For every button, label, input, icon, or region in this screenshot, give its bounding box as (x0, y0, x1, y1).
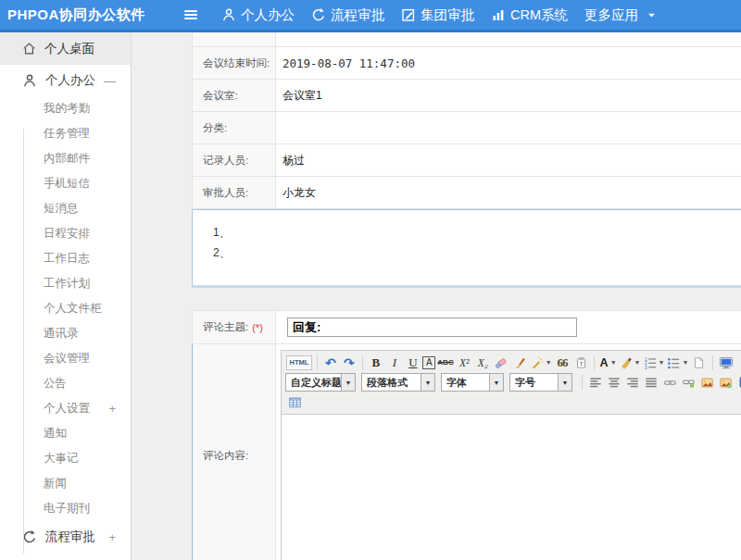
superscript-button[interactable]: X² (456, 354, 473, 371)
sidebar-item-e-journal[interactable]: 电子期刊 (0, 496, 131, 521)
align-right-button[interactable] (624, 374, 642, 392)
editor-content-area[interactable] (282, 415, 741, 560)
align-justify-button[interactable] (643, 374, 660, 392)
font-color-button[interactable]: A▼ (599, 354, 618, 371)
sidebar-item-memorabilia[interactable]: 大事记 (0, 446, 131, 471)
sidebar-item-mobile-sms[interactable]: 手机短信 (0, 171, 131, 196)
sidebar-item-label: 流程审批 (45, 529, 95, 545)
align-center-button[interactable] (606, 374, 623, 392)
font-family-select[interactable]: 字体▼ (441, 373, 504, 392)
brush-icon (513, 356, 526, 369)
expand-plus-icon[interactable]: + (108, 403, 116, 415)
align-center-icon (608, 376, 621, 389)
autotypeset-button[interactable]: ▼ (530, 354, 553, 371)
insert-image-button[interactable] (698, 374, 716, 392)
hamburger-menu-icon (182, 6, 199, 23)
sidebar-item-work-plan[interactable]: 工作计划 (0, 271, 131, 296)
caret-down-icon[interactable]: ▼ (634, 359, 641, 366)
new-document-button[interactable] (690, 354, 708, 371)
sidebar-item-schedule[interactable]: 日程安排 (0, 221, 131, 246)
sidebar-item-announcement[interactable]: 公告 (0, 371, 131, 396)
edit-square-icon (401, 7, 416, 22)
caret-down-icon[interactable]: ▼ (659, 359, 665, 366)
sidebar-item-personal-office[interactable]: 个人办公— (0, 65, 131, 96)
caret-down-icon[interactable]: ▼ (682, 359, 688, 366)
highlight-button[interactable]: ▼ (619, 354, 642, 371)
blank-page-icon (693, 356, 705, 369)
insert-media-button[interactable] (735, 374, 741, 392)
sidebar-item-contacts[interactable]: 通讯录 (0, 321, 131, 346)
sidebar-item-news[interactable]: 新闻 (0, 471, 131, 496)
sidebar-item-label: 工作计划 (44, 276, 90, 292)
nav-item-more-apps[interactable]: 更多应用 (584, 6, 657, 24)
italic-button[interactable]: I (385, 354, 403, 371)
section-gap (192, 288, 741, 310)
blockquote-button[interactable]: 66 (554, 354, 571, 371)
sidebar-item-meeting-management[interactable]: 会议管理 (0, 346, 131, 371)
nav-item-label: 集团审批 (421, 6, 474, 24)
sidebar-item-personal-file-cabinet[interactable]: 个人文件柜 (0, 296, 131, 321)
dropdown-selected-value: 自定义标题 (286, 376, 341, 390)
sidebar-item-my-attendance[interactable]: 我的考勤 (0, 96, 131, 121)
sidebar-item-label: 个人桌面 (44, 41, 94, 57)
toolbar-separator (594, 355, 595, 370)
insert-link-button[interactable] (661, 374, 679, 392)
dropdown-caret-icon[interactable]: ▼ (421, 374, 434, 391)
bold-button[interactable]: B (367, 354, 384, 371)
fullscreen-button[interactable] (717, 354, 735, 371)
paragraph-format-select[interactable]: 段落格式▼ (361, 373, 435, 392)
field-label (193, 32, 276, 46)
meeting-info-table: 会议结束时间:2019-08-07 11:47:00会议室:会议室1分类:记录人… (192, 32, 741, 209)
comment-subject-input[interactable] (287, 317, 577, 337)
expand-plus-icon[interactable]: + (108, 531, 116, 543)
sidebar-item-short-message[interactable]: 短消息 (0, 196, 131, 221)
heading-style-select[interactable]: 自定义标题▼ (285, 373, 356, 392)
underline-button[interactable]: U (404, 354, 421, 371)
home-icon (22, 42, 36, 56)
sidebar-item-task-management[interactable]: 任务管理 (0, 121, 131, 146)
caret-down-icon[interactable]: ▼ (610, 359, 617, 366)
format-brush-button[interactable] (511, 354, 529, 371)
collapse-minus-icon[interactable]: — (104, 75, 116, 87)
eraser-button[interactable] (493, 354, 510, 371)
nav-item-group-approval[interactable]: 集团审批 (401, 6, 474, 24)
sidebar-item-personal-desktop[interactable]: 个人桌面 (0, 32, 131, 65)
workflow-icon (311, 7, 326, 22)
sidebar-item-internal-mail[interactable]: 内部邮件 (0, 146, 131, 171)
insert-table-button[interactable] (286, 393, 304, 411)
nav-item-personal-office[interactable]: 个人办公 (221, 6, 295, 24)
caret-down-icon[interactable]: ▼ (546, 359, 552, 366)
sidebar-item-label: 个人文件柜 (44, 301, 102, 317)
remove-link-button[interactable]: ? (680, 374, 697, 392)
dropdown-caret-icon[interactable]: ▼ (489, 374, 503, 391)
app-logo[interactable]: PHPOA协同办公软件 (7, 6, 182, 24)
bar-chart-icon (491, 7, 506, 22)
comment-form-table: 评论主题:(*) 评论内容: HTML↶↷BIUAABCX²X₂▼66TA▼▼1… (192, 310, 741, 560)
undo-button[interactable]: ↶ (321, 354, 339, 371)
paste-button[interactable]: T (572, 354, 590, 371)
sidebar-item-notice[interactable]: 通知 (0, 421, 131, 446)
link-icon (663, 377, 677, 389)
image-manager-button[interactable] (717, 374, 735, 392)
sidebar-item-work-log[interactable]: 工作日志 (0, 246, 131, 271)
sidebar-item-personal-settings[interactable]: 个人设置+ (0, 396, 131, 421)
sidebar-toggle-button[interactable] (182, 6, 201, 23)
ordered-list-button[interactable]: 123▼ (643, 354, 666, 371)
dropdown-caret-icon[interactable]: ▼ (341, 374, 355, 391)
nav-item-crm-system[interactable]: CRM系统 (491, 6, 568, 24)
sidebar-item-workflow-approval[interactable]: 流程审批+ (0, 521, 131, 553)
table-row: 分类: (193, 112, 741, 144)
html-source-button[interactable]: HTML (286, 355, 313, 370)
font-size-select[interactable]: 字号▼ (509, 373, 572, 392)
subscript-button[interactable]: X₂ (474, 354, 492, 371)
dropdown-caret-icon[interactable]: ▼ (558, 374, 571, 391)
redo-button[interactable]: ↷ (340, 354, 358, 371)
ordered-list-icon: 123 (644, 356, 657, 369)
nav-item-label: 个人办公 (241, 6, 295, 24)
unordered-list-button[interactable]: ▼ (666, 354, 689, 371)
strikethrough-button[interactable]: ABC (436, 354, 454, 371)
nav-item-workflow-approval[interactable]: 流程审批 (311, 6, 384, 24)
nav-item-label: CRM系统 (510, 6, 568, 24)
font-background-button[interactable]: A (422, 356, 435, 369)
align-left-button[interactable] (587, 374, 605, 392)
